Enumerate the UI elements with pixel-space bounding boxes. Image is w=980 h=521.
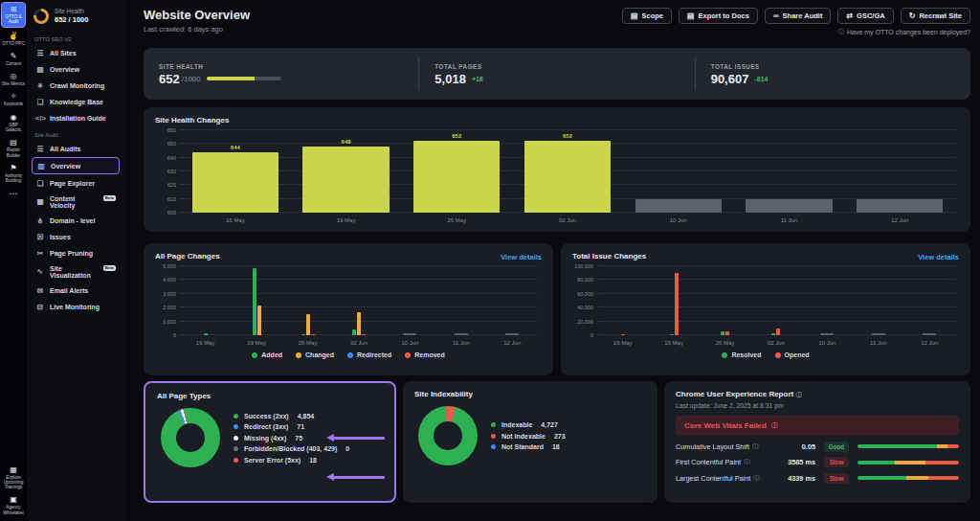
info-icon[interactable]: ⓘ — [795, 391, 802, 397]
metric-label: Largest Contentful Paint — [676, 474, 750, 483]
sidebar-item-crawl-monitoring[interactable]: ✳Crawl Monitoring — [32, 78, 120, 93]
sidebar-item-knowledge-base[interactable]: ❏Knowledge Base — [32, 94, 120, 109]
info-icon[interactable]: ⓘ — [771, 421, 778, 430]
rail-item-whitelabel[interactable]: ▣Agency Whitelabel — [1, 493, 26, 517]
chart-plot-area: 644648652652 — [180, 130, 955, 213]
sidebar: Site Health 652 / 1000 OTTO SEO V2☰All S… — [27, 0, 124, 521]
indexability-donut-chart — [418, 406, 478, 465]
legend-dot — [491, 444, 496, 449]
all-sites-icon: ☰ — [35, 49, 45, 57]
legend-dot — [234, 414, 238, 419]
whitelabel-icon: ▣ — [10, 496, 17, 504]
cwv-range-bar — [858, 444, 959, 448]
cwv-metric-largest-contentful-paint: Largest Contentful Paintⓘ4339 msSlow — [676, 473, 959, 484]
view-details-link[interactable]: View details — [918, 253, 959, 261]
info-icon: ⓘ — [837, 28, 844, 36]
cwv-metric-value: 0.05 — [773, 442, 815, 451]
x-tick-label: 19 May — [231, 340, 281, 346]
cwv-metric-name: Largest Contentful Paintⓘ — [676, 474, 773, 483]
sidebar-item-all-audits[interactable]: ☰All Audits — [32, 141, 120, 156]
sidebar-item-content-velocity[interactable]: ▦Content VelocityBeta — [32, 192, 120, 212]
button-gsc-ga[interactable]: ⇄GSC/GA — [837, 8, 893, 24]
sidebar-item-email-alerts[interactable]: ✉Email Alerts — [32, 283, 120, 298]
sidebar-item-page-pruning[interactable]: ✂Page Pruning — [32, 245, 120, 260]
info-icon[interactable]: ⓘ — [753, 474, 760, 483]
main-content: Website Overview Last crawled: 6 days ag… — [124, 0, 980, 521]
rail-item-trainings-calendar[interactable]: ▦Explore Upcoming Trainings — [1, 464, 26, 492]
sidebar-item-installation-guide[interactable]: </>Installation Guide — [32, 110, 120, 125]
legend-dot — [234, 436, 238, 441]
legend-dot — [234, 424, 238, 429]
stat-total-issues: TOTAL ISSUES 90,607 -814 — [695, 57, 970, 90]
total-issue-changes-panel: Total Issue Changes View details 020,000… — [561, 243, 970, 375]
info-icon[interactable]: ⓘ — [752, 442, 759, 451]
donut-legend-row: Server Error (5xx)18 — [234, 457, 349, 464]
rail-item-content[interactable]: ✎Content — [1, 50, 26, 68]
total-pages-value: 5,018 — [434, 73, 466, 85]
legend-label: Redirect (3xx) — [244, 423, 288, 430]
donut-legend-row: Forbidden/Blocked (403, 429)0 — [234, 445, 349, 452]
sidebar-item-live-monitoring[interactable]: ⊟Live Monitoring — [32, 299, 120, 314]
range-segment — [937, 444, 948, 448]
beta-badge: Beta — [103, 265, 116, 271]
x-tick-label: 19 May — [648, 340, 699, 346]
legend-item-resolved: Resolved — [722, 351, 761, 358]
legend-dot — [252, 352, 257, 358]
rail-item-gbp-galactic[interactable]: ◉GBP Galactic — [1, 111, 26, 135]
chart-column — [802, 266, 853, 335]
overview-icon: ▤ — [35, 65, 45, 74]
bar-removed — [362, 334, 366, 335]
chart-column — [231, 266, 281, 335]
bar-changed — [306, 314, 310, 335]
button-scope[interactable]: ▤Scope — [622, 8, 672, 24]
rail-item-otto-ppc[interactable]: ✌OTTO PPC — [1, 30, 26, 48]
sidebar-item-issues[interactable]: ☒Issues — [32, 229, 120, 244]
bar-site-health — [413, 141, 500, 213]
bar-value-label: 644 — [231, 145, 240, 150]
sidebar-sections: OTTO SEO V2☰All Sites▤Overview✳Crawl Mon… — [32, 36, 120, 314]
last-crawled-text: Last crawled: 6 days ago — [144, 25, 250, 34]
annotation-arrow-server-error — [329, 476, 385, 479]
chart-plot-area — [597, 266, 955, 335]
gbp-galactic-icon: ◉ — [11, 114, 17, 122]
button-share-audit[interactable]: ∞Share Audit — [765, 8, 832, 24]
bar-site-health — [192, 152, 278, 213]
site-health-total: /1000 — [182, 75, 201, 83]
x-tick-label: 10 Jun — [623, 217, 734, 223]
legend-value: 18 — [552, 443, 560, 450]
rail-item-authority-building[interactable]: ⚑Authority Building — [1, 162, 26, 186]
x-tick-label: 12 Jun — [487, 340, 538, 346]
sidebar-item-domain-level[interactable]: ⋔Domain - level — [32, 213, 120, 228]
view-details-link[interactable]: View details — [501, 253, 542, 261]
rail-item-report-builder[interactable]: ▤Report Builder — [1, 136, 26, 160]
y-tick-label: 600 — [155, 210, 176, 215]
rail-item-label: Report Builder — [1, 147, 26, 158]
sidebar-item-overview[interactable]: ▤Overview — [32, 61, 120, 77]
email-alerts-icon: ✉ — [35, 286, 45, 295]
range-segment — [858, 444, 937, 448]
cwv-metric-name: First Contentful Paintⓘ — [676, 458, 773, 466]
sidebar-item-page-explorer[interactable]: ❏Page Explorer — [32, 175, 120, 191]
header-buttons: ▤Scope▤Export to Docs∞Share Audit⇄GSC/GA… — [622, 8, 970, 24]
site-metrics-icon: ◎ — [11, 73, 17, 80]
info-icon[interactable]: ⓘ — [744, 458, 750, 466]
otto-deploy-note[interactable]: ⓘ Have my OTTO changes been deployed? — [837, 28, 970, 36]
donut-legend-row: Success (2xx)4,854 — [234, 413, 349, 419]
placeholder-bar — [857, 199, 943, 213]
chart-column — [385, 266, 435, 335]
button-export-to-docs[interactable]: ▤Export to Docs — [679, 8, 758, 24]
rail-item-otto-audit[interactable]: ⊞OTTO & Audit — [1, 2, 26, 28]
bar-added — [204, 333, 208, 335]
rail-item-keywords[interactable]: ✧Keywords — [1, 90, 26, 108]
range-segment — [928, 476, 959, 480]
button-recrawl-site[interactable]: ↻Recrawl Site — [901, 8, 970, 24]
x-tick-label: 02 Jun — [333, 340, 384, 346]
sidebar-item-all-sites[interactable]: ☰All Sites — [32, 45, 120, 60]
x-tick-label: 16 May — [597, 340, 648, 346]
y-tick-label: 100,000 — [572, 263, 593, 269]
rail-item-site-metrics[interactable]: ◎Site Metrics — [1, 70, 26, 88]
sidebar-item-overview[interactable]: ▥Overview — [32, 157, 120, 174]
sidebar-item-site-visualization[interactable]: ∿Site VisualizationBeta — [32, 261, 120, 282]
chart-column — [597, 266, 648, 335]
rail-item-more[interactable]: ⋯ — [1, 187, 26, 200]
